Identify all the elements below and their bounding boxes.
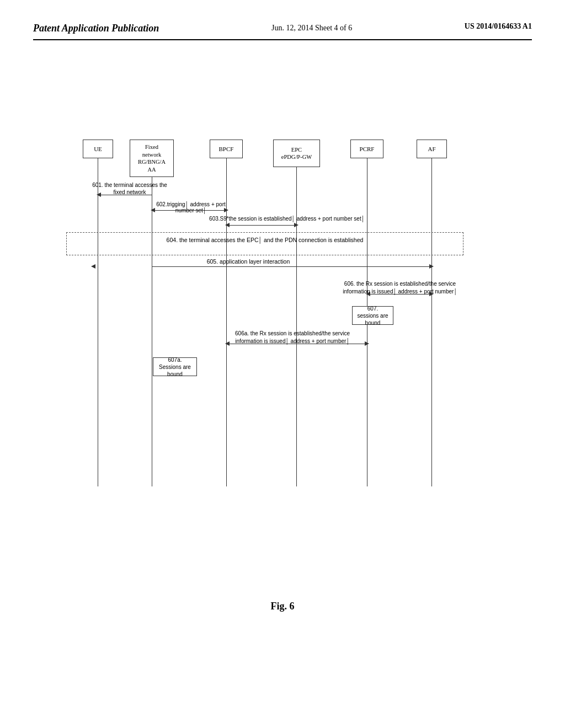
label-box-607: 607. sessions arebound	[352, 306, 393, 325]
label-603: 603.S9*the session is established│ addre…	[204, 216, 370, 222]
arrow-603-line	[227, 225, 296, 226]
entity-PCRF: PCRF	[350, 140, 383, 158]
entity-BPCF: BPCF	[210, 140, 243, 158]
publication-title: Patent Application Publication	[33, 22, 159, 35]
entity-PCRF-label: PCRF	[360, 145, 375, 153]
entity-AF-label: AF	[428, 145, 435, 153]
diagram: UE FixednetworkRG/BNG/AAA BPCF EPCePDG/P…	[55, 140, 552, 515]
vline-UE	[98, 158, 98, 486]
vline-RG	[152, 177, 152, 486]
label-601: 601. the terminal accesses thefixed netw…	[88, 181, 171, 196]
arrow-605-line	[152, 266, 431, 267]
label-605: 605. application layer interaction	[166, 258, 331, 265]
arrowhead-603-left	[225, 223, 230, 227]
label-604: 604. the terminal accesses the EPC│ and …	[72, 237, 458, 243]
entity-EPC-label: EPCePDG/P-GW	[281, 146, 312, 161]
arrowhead-605-right	[429, 264, 434, 269]
entity-EPC: EPCePDG/P-GW	[273, 140, 320, 167]
page-header: Patent Application Publication Jun. 12, …	[33, 22, 532, 40]
entity-BPCF-label: BPCF	[219, 145, 234, 153]
label-607a-text: 607a. Sessions arebound	[157, 356, 193, 378]
entity-UE-label: UE	[94, 145, 102, 153]
label-602: 602.trigging│ address + port number set│	[152, 201, 230, 213]
entity-RG-label: FixednetworkRG/BNG/AAA	[138, 143, 166, 174]
entity-UE: UE	[83, 140, 113, 158]
label-606: 606. the Rx session is established/the s…	[326, 280, 475, 296]
publication-number: US 2014/0164633 A1	[465, 22, 532, 31]
entity-AF: AF	[417, 140, 447, 158]
vline-AF	[431, 158, 432, 486]
dashed-box-604	[66, 232, 463, 255]
page: Patent Application Publication Jun. 12, …	[0, 0, 565, 728]
arrowhead-603-right	[294, 223, 299, 227]
entity-RG: FixednetworkRG/BNG/AAA	[130, 140, 174, 177]
label-box-607a: 607a. Sessions arebound	[153, 357, 197, 376]
publication-date: Jun. 12, 2014 Sheet 4 of 6	[271, 22, 352, 34]
label-606a: 606a. the Rx session is established/the …	[193, 330, 392, 345]
arrowhead-605-left	[91, 264, 95, 269]
label-607-text: 607. sessions arebound	[356, 305, 390, 326]
fig-caption: Fig. 6	[0, 601, 565, 612]
